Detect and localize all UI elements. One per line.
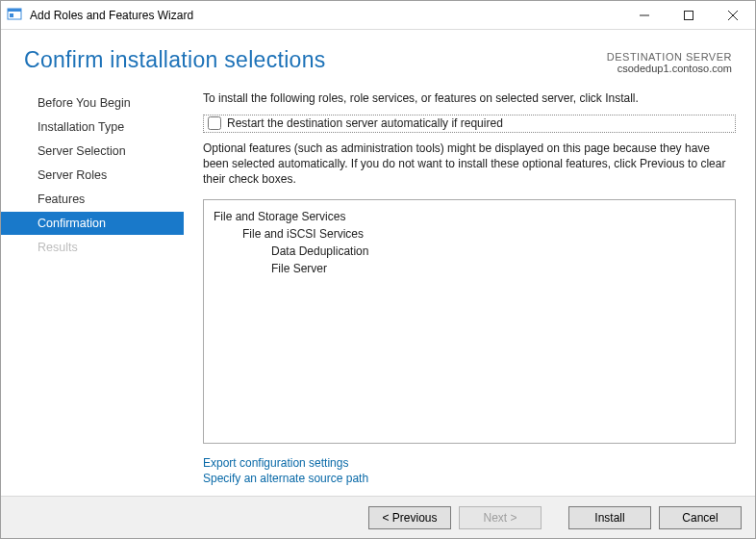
action-links: Export configuration settings Specify an… [203,444,736,496]
nav-installation-type[interactable]: Installation Type [20,116,184,139]
minimize-button[interactable] [622,1,667,30]
cancel-button[interactable]: Cancel [659,506,742,529]
main-panel: To install the following roles, role ser… [184,82,755,496]
nav-confirmation[interactable]: Confirmation [1,212,184,235]
alternate-source-link[interactable]: Specify an alternate source path [203,471,736,486]
nav-server-selection[interactable]: Server Selection [20,140,184,163]
restart-checkbox-row[interactable]: Restart the destination server automatic… [203,115,736,133]
destination-label: DESTINATION SERVER [607,51,732,63]
optional-features-note: Optional features (such as administratio… [203,141,736,188]
nav-before-you-begin[interactable]: Before You Begin [20,91,184,115]
selection-tree: File and Storage Services File and iSCSI… [203,199,736,444]
nav-features[interactable]: Features [20,188,184,211]
export-config-link[interactable]: Export configuration settings [203,455,736,471]
svg-rect-1 [8,9,21,12]
tree-item: File and Storage Services [214,208,725,225]
previous-button[interactable]: < Previous [368,506,451,529]
svg-rect-2 [10,13,13,17]
wizard-window: Add Roles and Features Wizard Confirm in… [0,0,756,539]
tree-item: File and iSCSI Services [214,225,725,243]
app-icon [7,7,24,24]
tree-item: File Server [214,260,725,277]
restart-checkbox-label: Restart the destination server automatic… [227,116,503,130]
window-title: Add Roles and Features Wizard [30,9,622,22]
wizard-body: Before You Begin Installation Type Serve… [1,82,755,496]
titlebar: Add Roles and Features Wizard [1,1,755,30]
install-instruction: To install the following roles, role ser… [203,91,736,105]
svg-rect-4 [685,11,693,19]
close-button[interactable] [711,1,755,30]
maximize-button[interactable] [667,1,711,30]
destination-server: csodedup1.contoso.com [607,63,732,74]
wizard-nav: Before You Begin Installation Type Serve… [1,82,184,496]
wizard-footer: < Previous Next > Install Cancel [1,496,755,538]
tree-item: Data Deduplication [214,243,725,260]
page-title: Confirm installation selections [24,47,326,73]
destination-info: DESTINATION SERVER csodedup1.contoso.com [607,47,732,74]
restart-checkbox[interactable] [208,116,221,130]
install-button[interactable]: Install [568,506,651,529]
next-button: Next > [459,506,542,529]
nav-results: Results [20,236,184,259]
page-header: Confirm installation selections DESTINAT… [1,30,755,82]
nav-server-roles[interactable]: Server Roles [20,164,184,187]
